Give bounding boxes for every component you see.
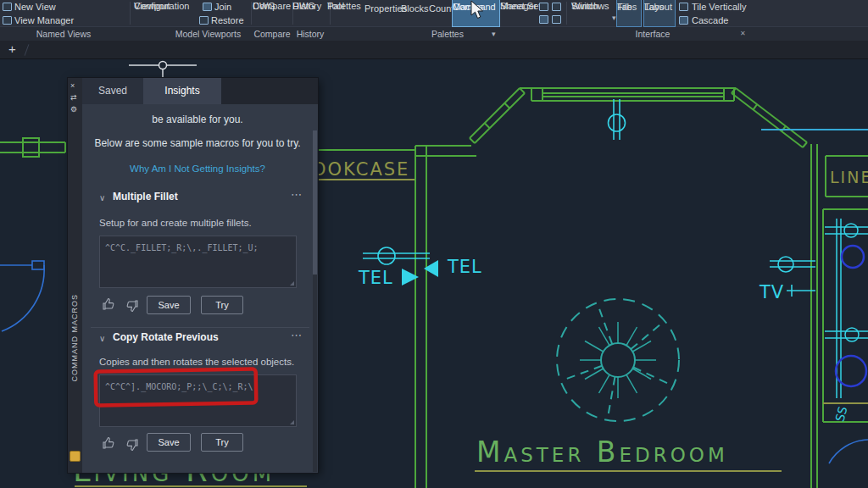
ribbon-separator (566, 2, 567, 25)
properties-gear-icon[interactable]: ⚙ (70, 105, 77, 114)
palette-tabs: Saved Insights (82, 78, 318, 104)
command-macros-palette: × ⇄ ⚙ COMMAND MACROS Saved Insights be a… (68, 78, 318, 473)
macro-advisor-icon[interactable] (70, 451, 81, 462)
ribbon: New View View Manager Named Views Viewpo… (0, 0, 868, 41)
card2-overflow-icon[interactable]: ⋯ (291, 329, 303, 341)
card2-save-button[interactable]: Save (147, 433, 191, 452)
ceiling-fan (557, 299, 679, 421)
door-swing-circle-small (842, 246, 864, 268)
join-button[interactable]: Join (214, 2, 231, 12)
interface-launcher-icon[interactable]: ✕ (740, 30, 746, 37)
new-view-button[interactable]: New View (14, 2, 56, 12)
tel-label-right: TEL (447, 257, 482, 277)
view-manager-button[interactable]: View Manager (14, 15, 74, 25)
viewport-configuration-line2: Configuration (134, 1, 189, 12)
command-macros-button[interactable]: Command Macros (452, 0, 500, 27)
history-group-label[interactable]: History (292, 29, 328, 39)
palette-vertical-title: COMMAND MACROS (70, 294, 79, 382)
dwg-history-line2: History (292, 1, 321, 12)
restore-button[interactable]: Restore (211, 15, 244, 25)
tab-edge-decoration (25, 44, 30, 55)
palette-scrollbar[interactable] (313, 130, 317, 472)
file-tabs-button[interactable]: File Tabs (616, 0, 642, 27)
new-drawing-tab-button[interactable]: + (8, 42, 16, 56)
dwg-compare-line2: Compare (253, 1, 291, 12)
interface-group-label[interactable]: Interface (617, 29, 688, 39)
outlet-symbol-top (609, 99, 626, 140)
card2-collapse-icon[interactable]: ∨ (99, 334, 105, 343)
tel-wall (415, 146, 476, 488)
palette-title-strip: × ⇄ ⚙ COMMAND MACROS (68, 78, 82, 473)
master-bedroom-label: Master Bedroom (476, 435, 728, 469)
join-icon (203, 3, 212, 11)
compare-group-label[interactable]: Compare (253, 29, 292, 39)
tile-vertically-icon (679, 3, 688, 11)
autohide-icon[interactable]: ⇄ (70, 93, 77, 102)
closet-door-lines (825, 219, 868, 398)
card1-overflow-icon[interactable]: ⋯ (291, 188, 303, 201)
sheet-set-line2: Manager (500, 1, 537, 12)
command-macros-line2: Macros (453, 2, 483, 13)
palette-content: be available for you. Below are some sam… (82, 104, 318, 473)
clipboard-icon[interactable] (552, 15, 561, 24)
scrollbar-thumb[interactable] (313, 130, 317, 274)
cascade-icon (679, 16, 688, 25)
card-divider (91, 327, 309, 328)
file-tabs-line2: Tabs (617, 2, 637, 13)
tel-label-left: TEL (358, 268, 393, 288)
view-manager-icon (3, 16, 12, 25)
card1-try-button[interactable]: Try (201, 296, 243, 314)
palette-body: Saved Insights be available for you. Bel… (82, 78, 318, 473)
new-view-icon (3, 3, 12, 11)
ribbon-separator (130, 2, 131, 25)
table-icon[interactable] (539, 15, 548, 24)
card1-thumbs-down-icon[interactable] (125, 298, 140, 313)
tool-palettes-line2: Palettes (327, 1, 361, 12)
closet-walls (823, 209, 868, 422)
tab-insights[interactable]: Insights (143, 78, 221, 104)
insights-sample-text: Below are some sample macros for you to … (87, 137, 308, 149)
bay-window (470, 88, 807, 147)
calculator-icon[interactable] (552, 3, 561, 11)
cascade-button[interactable]: Cascade (692, 15, 728, 25)
card2-thumbs-up-icon[interactable] (101, 435, 116, 451)
card1-title: Multiple Fillet (113, 191, 178, 202)
switch-symbols: SS (832, 405, 849, 423)
close-icon[interactable]: × (70, 81, 75, 90)
card2-macro-textarea[interactable]: ^C^C^]._MOCORO;_P;;\_C;\;_R;\; (99, 374, 297, 427)
tile-vertically-button[interactable]: Tile Vertically (692, 2, 746, 12)
ribbon-separator (251, 2, 252, 25)
tab-saved[interactable]: Saved (82, 78, 143, 104)
card1-save-button[interactable]: Save (147, 296, 191, 314)
named-views-group-label[interactable]: Named Views (17, 29, 110, 39)
file-tab-bar: + (0, 41, 868, 59)
layout-tabs-button[interactable]: Layout Tabs (643, 0, 676, 27)
palette-grid-icon[interactable] (539, 3, 548, 11)
linen-label: LINEN (830, 168, 868, 186)
card1-thumbs-up-icon[interactable] (101, 297, 116, 312)
left-wall (0, 138, 65, 157)
card2-title: Copy Rotate Previous (113, 331, 219, 343)
layout-tabs-line2: Tabs (644, 2, 664, 13)
count-button[interactable]: Count (429, 3, 453, 14)
card2-description: Copies and then rotates the selected obj… (99, 357, 294, 367)
insights-help-link[interactable]: Why Am I Not Getting Insights? (87, 164, 308, 174)
card1-macro-textarea[interactable]: ^C^C._FILLET;_R;\,._FILLET;_U; (99, 236, 297, 288)
door-swing-left (0, 261, 44, 331)
card1-description: Setup for and create multiple fillets. (99, 218, 252, 228)
palettes-group-label[interactable]: Palettes (405, 29, 490, 39)
right-wall (811, 144, 817, 488)
card1-collapse-icon[interactable]: ∨ (99, 193, 105, 202)
insights-intro-text: be available for you. (87, 114, 308, 125)
restore-icon (199, 16, 209, 25)
phone-outlet-symbol (363, 247, 430, 264)
blocks-button[interactable]: Blocks (401, 3, 428, 14)
card2-thumbs-down-icon[interactable] (125, 437, 140, 452)
door-arc-bottom-right (829, 440, 868, 463)
tv-label: TV (759, 282, 784, 302)
palettes-caret-icon[interactable]: ▾ (492, 30, 496, 38)
card2-try-button[interactable]: Try (201, 433, 243, 452)
switch-windows-line2: Windows (571, 1, 609, 12)
viewport-grip[interactable] (129, 62, 197, 80)
switch-windows-caret-icon[interactable]: ▾ (612, 14, 616, 22)
